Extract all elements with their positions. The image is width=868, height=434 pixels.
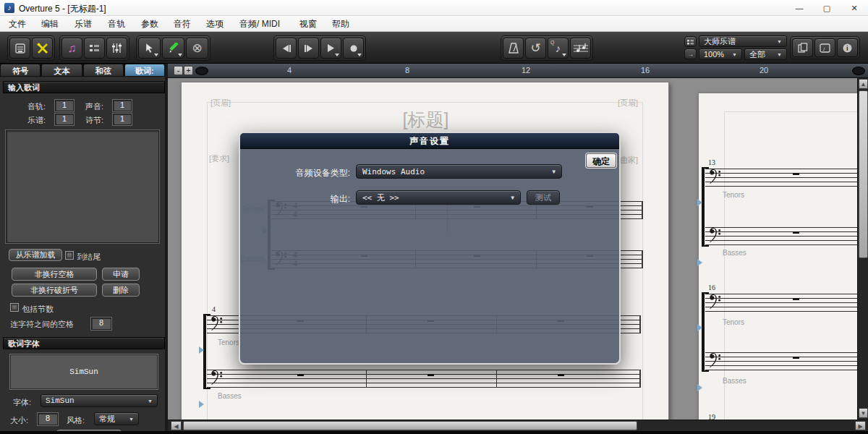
play-button[interactable] bbox=[320, 38, 341, 59]
tenor-staff[interactable] bbox=[705, 294, 868, 312]
header-placeholder-left[interactable]: [页眉] bbox=[210, 98, 231, 109]
select-tool-dropdown-arrow[interactable] bbox=[154, 54, 158, 56]
whole-rest[interactable] bbox=[297, 374, 304, 376]
size-field[interactable]: 8 bbox=[38, 413, 58, 425]
whole-rest[interactable] bbox=[793, 298, 799, 300]
close-button[interactable]: ✕ bbox=[842, 0, 867, 16]
menu-edit[interactable]: 编辑 bbox=[38, 18, 61, 30]
hyphen-space-field[interactable]: 8 bbox=[91, 318, 111, 330]
pencil-tool-dropdown-arrow[interactable] bbox=[178, 54, 182, 56]
system-marker[interactable] bbox=[697, 199, 702, 206]
vertical-scrollbar[interactable]: ▲ ▼ bbox=[857, 78, 868, 420]
tab-text[interactable]: 文本 bbox=[41, 64, 82, 77]
pencil-tool-button[interactable] bbox=[162, 38, 184, 59]
load-from-score-button[interactable]: 从乐谱加载 bbox=[9, 249, 62, 261]
nbdash-button[interactable]: 非换行破折号 bbox=[12, 284, 97, 297]
track-field[interactable]: 1 bbox=[55, 100, 74, 111]
scroll-left-button[interactable]: ◀ bbox=[171, 421, 182, 430]
track-list-button[interactable] bbox=[84, 38, 105, 59]
menu-help[interactable]: 帮助 bbox=[329, 18, 352, 30]
header-placeholder-right[interactable]: [页眉] bbox=[618, 98, 638, 109]
ruler-zoom-out-button[interactable]: - bbox=[174, 66, 183, 75]
scroll-down-button[interactable]: ▼ bbox=[859, 408, 868, 418]
mixer-button[interactable] bbox=[106, 38, 127, 59]
bass-staff[interactable] bbox=[705, 227, 868, 245]
ok-button[interactable]: 确定 bbox=[586, 153, 616, 168]
system-marker[interactable] bbox=[697, 259, 702, 266]
test-button[interactable]: 测试 bbox=[527, 190, 560, 205]
record-button[interactable] bbox=[343, 38, 364, 59]
bass-staff[interactable] bbox=[705, 352, 868, 370]
quantize-button[interactable]: Q ♪ bbox=[548, 38, 569, 59]
menu-audio-midi[interactable]: 音频/ MIDI bbox=[237, 18, 283, 30]
scope-select[interactable]: 全部 ▼ bbox=[744, 48, 787, 60]
score-view-list-button[interactable] bbox=[684, 36, 697, 47]
menu-file[interactable]: 文件 bbox=[6, 18, 29, 30]
tab-symbols[interactable]: 符号 bbox=[0, 64, 41, 77]
requirement-placeholder[interactable]: [要求] bbox=[209, 153, 229, 164]
score-page-2[interactable]: 13 Tenors Basses 16 bbox=[698, 93, 868, 420]
goto-button[interactable]: → bbox=[684, 48, 697, 59]
nbsp-button[interactable]: 非换行空格 bbox=[12, 268, 97, 281]
verse-field[interactable]: 1 bbox=[113, 114, 132, 125]
menu-notes[interactable]: 音符 bbox=[171, 18, 194, 30]
tab-chords[interactable]: 和弦 bbox=[83, 64, 124, 77]
step-forward-button[interactable] bbox=[298, 38, 319, 59]
voice-field[interactable]: 1 bbox=[113, 100, 132, 111]
bass-staff[interactable] bbox=[207, 370, 641, 388]
include-verse-checkbox[interactable] bbox=[10, 303, 19, 312]
whole-rest[interactable] bbox=[793, 231, 799, 234]
output-select[interactable]: << 无 >> ▼ bbox=[356, 190, 521, 205]
menu-window[interactable]: 视窗 bbox=[297, 18, 320, 30]
minimize-button[interactable]: — bbox=[787, 0, 812, 16]
system-marker[interactable] bbox=[199, 401, 204, 408]
metronome-button[interactable] bbox=[503, 38, 524, 59]
horizontal-scroll-thumb[interactable] bbox=[183, 421, 637, 430]
horizontal-scrollbar[interactable]: ◀ ▶ bbox=[168, 420, 868, 431]
tools-button[interactable] bbox=[32, 38, 53, 59]
notation-view-button[interactable]: ♫ bbox=[61, 38, 82, 59]
maximize-button[interactable]: ▢ bbox=[814, 0, 839, 16]
media-library-button[interactable]: ♪ bbox=[814, 38, 835, 57]
style-select[interactable]: 常规 ▼ bbox=[94, 412, 139, 425]
to-end-checkbox[interactable] bbox=[65, 251, 74, 260]
title-placeholder[interactable]: [标题] bbox=[182, 108, 670, 132]
whole-rest[interactable] bbox=[427, 374, 434, 376]
vertical-scroll-thumb[interactable] bbox=[859, 90, 868, 258]
menu-options[interactable]: 选项 bbox=[203, 18, 226, 30]
tenor-staff[interactable] bbox=[705, 169, 868, 187]
record-dropdown-arrow[interactable] bbox=[357, 54, 362, 56]
scroll-up-button[interactable]: ▲ bbox=[859, 79, 868, 89]
rewind-button[interactable] bbox=[276, 38, 297, 59]
print-setup-button[interactable] bbox=[9, 38, 30, 59]
copy-button[interactable] bbox=[792, 38, 813, 57]
whole-rest[interactable] bbox=[793, 173, 799, 175]
scroll-right-button[interactable]: ▶ bbox=[855, 421, 866, 430]
audio-device-type-select[interactable]: Windows Audio ▼ bbox=[356, 164, 562, 179]
menu-score[interactable]: 乐谱 bbox=[72, 18, 95, 30]
tab-lyrics[interactable]: 歌词: bbox=[124, 64, 165, 77]
system-marker[interactable] bbox=[697, 324, 702, 331]
play-dropdown-arrow[interactable] bbox=[335, 54, 339, 56]
system-marker[interactable] bbox=[199, 346, 204, 354]
loop-button[interactable]: ↺ bbox=[525, 38, 546, 59]
font-select[interactable]: SimSun ▼ bbox=[41, 394, 158, 407]
select-tool-button[interactable] bbox=[138, 38, 161, 59]
ruler-zoom-in-button[interactable]: + bbox=[184, 66, 193, 75]
score-view-select[interactable]: 大师乐谱 ▼ bbox=[699, 35, 787, 47]
zoom-select[interactable]: 100% ▼ bbox=[699, 48, 742, 60]
score-number-field[interactable]: 1 bbox=[55, 114, 74, 125]
ruler-handle-right[interactable] bbox=[852, 67, 865, 75]
delete-button[interactable]: 删除 bbox=[102, 284, 140, 297]
quantize-dropdown-arrow[interactable] bbox=[562, 54, 566, 56]
info-button[interactable]: i bbox=[837, 38, 858, 57]
ruler-handle-left[interactable] bbox=[195, 67, 208, 75]
menu-params[interactable]: 参数 bbox=[138, 18, 161, 30]
sound-settings-dialog[interactable]: 声音设置 确定 音频设备类型: Windows Audio ▼ 输出: << 无… bbox=[239, 132, 621, 365]
dialog-title-bar[interactable]: 声音设置 bbox=[240, 133, 619, 149]
staff-settings-button[interactable] bbox=[570, 38, 591, 59]
menu-track[interactable]: 音轨 bbox=[105, 18, 128, 30]
lyrics-text-area[interactable] bbox=[6, 130, 159, 243]
apply-button[interactable]: 申请 bbox=[102, 268, 140, 281]
whole-rest[interactable] bbox=[558, 374, 564, 376]
